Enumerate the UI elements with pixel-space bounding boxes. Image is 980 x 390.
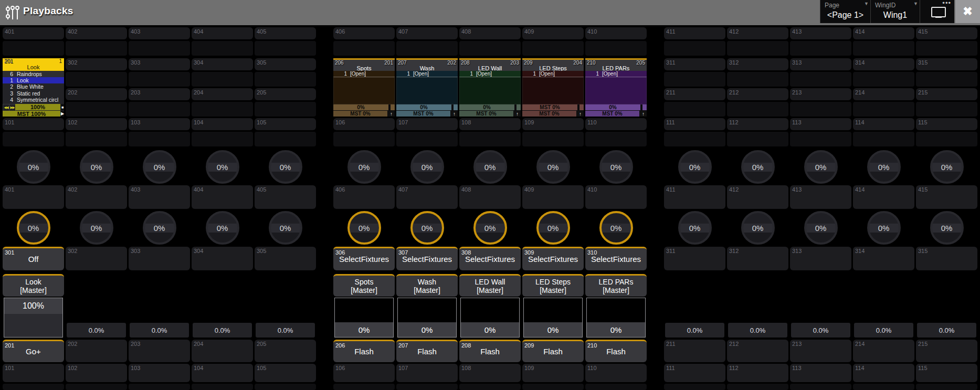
knob-row1-col6[interactable]: 0% bbox=[347, 150, 381, 184]
cell-313-lower-grid[interactable]: 313 bbox=[790, 247, 851, 270]
master-fader-col6[interactable]: 0% bbox=[334, 298, 394, 338]
select-fixtures-button-310[interactable]: 310SelectFixtures bbox=[585, 247, 647, 270]
cell-313[interactable]: 313 bbox=[790, 58, 851, 70]
knob-row1-col5[interactable]: 0% bbox=[269, 150, 302, 184]
cell-303-lower-grid[interactable]: 303 bbox=[129, 247, 190, 270]
fader-percent-col3[interactable]: 0.0% bbox=[130, 323, 189, 338]
cue-row-4[interactable]: 4Symmetrical circl bbox=[3, 97, 64, 103]
cell-311-lower-grid[interactable]: 311 bbox=[664, 247, 725, 270]
cell-302-lower-grid[interactable]: 302 bbox=[66, 247, 127, 270]
cell-410-lower-grid[interactable]: 410 bbox=[585, 185, 647, 209]
arrow-up-icon[interactable]: ↑ bbox=[514, 111, 521, 117]
cell-304-lower[interactable] bbox=[192, 72, 253, 87]
knob-row1-col15[interactable]: 0% bbox=[930, 150, 964, 184]
cell-205-lower[interactable] bbox=[255, 102, 316, 117]
cell-411-lower-grid[interactable]: 411 bbox=[664, 185, 725, 209]
arrow-up-icon[interactable]: ↑ bbox=[388, 111, 395, 117]
master-cell-spots[interactable]: Spots [Master] bbox=[333, 274, 395, 297]
cell-303[interactable]: 303 bbox=[129, 58, 190, 70]
cell-111-lower-band[interactable] bbox=[664, 384, 725, 390]
fader-percent-col2[interactable]: 0.0% bbox=[67, 323, 126, 338]
cell-101[interactable]: 101 bbox=[3, 118, 64, 130]
cell-214-lower-grid[interactable]: 214 bbox=[853, 340, 914, 362]
cell-111-lower[interactable] bbox=[664, 132, 725, 146]
knob-row2-col13[interactable]: 0% bbox=[804, 211, 838, 245]
cue-row-1[interactable]: 1Look bbox=[3, 77, 64, 83]
cell-305-lower[interactable] bbox=[255, 72, 316, 87]
knob-row1-col13[interactable]: 0% bbox=[804, 150, 838, 184]
cell-106-lower[interactable] bbox=[333, 132, 395, 146]
executor-header[interactable]: 209 204 LED Steps bbox=[522, 60, 584, 71]
cell-104-lower[interactable] bbox=[192, 132, 253, 146]
cell-103[interactable]: 103 bbox=[129, 118, 190, 130]
cell-112-lower-grid[interactable]: 112 bbox=[727, 364, 788, 382]
cell-115-lower-grid[interactable]: 115 bbox=[916, 364, 977, 382]
cell-109[interactable]: 109 bbox=[522, 118, 584, 130]
master-bar[interactable]: MST 0% bbox=[585, 111, 639, 117]
cell-109-lower-band[interactable] bbox=[522, 384, 584, 390]
cell-114[interactable]: 114 bbox=[853, 118, 914, 130]
executor-fader-bar[interactable]: 0% bbox=[585, 104, 640, 110]
cell-103-lower-grid[interactable]: 103 bbox=[129, 364, 190, 382]
cell-413-lower-grid[interactable]: 413 bbox=[790, 185, 851, 209]
cell-114-lower-band[interactable] bbox=[853, 384, 914, 390]
knob-row1-col11[interactable]: 0% bbox=[678, 150, 712, 184]
cell-409-lower[interactable] bbox=[522, 41, 584, 56]
cell-202-lower-grid[interactable]: 202 bbox=[66, 340, 127, 362]
master-fader-col9[interactable]: 0% bbox=[523, 298, 583, 338]
cell-304-lower-grid[interactable]: 304 bbox=[192, 247, 253, 270]
cell-413[interactable]: 413 bbox=[790, 27, 851, 39]
knob-row1-col14[interactable]: 0% bbox=[867, 150, 901, 184]
executor-block-wash[interactable]: 207 202 Wash 1 [Open] 0% MST 0% ↑ bbox=[396, 58, 458, 117]
cell-305-lower-grid[interactable]: 305 bbox=[255, 247, 316, 270]
cell-111[interactable]: 111 bbox=[664, 118, 725, 130]
cell-112-lower[interactable] bbox=[727, 132, 788, 146]
cell-202-lower[interactable] bbox=[66, 102, 127, 117]
cell-107-lower[interactable] bbox=[396, 132, 458, 146]
cell-315-lower-grid[interactable]: 315 bbox=[916, 247, 977, 270]
cell-212-lower[interactable] bbox=[727, 102, 788, 117]
knob-row2-col4[interactable]: 0% bbox=[206, 211, 239, 245]
cell-104-lower-grid[interactable]: 104 bbox=[192, 364, 253, 382]
cell-212[interactable]: 212 bbox=[727, 88, 788, 100]
cell-113[interactable]: 113 bbox=[790, 118, 851, 130]
flash-button-209[interactable]: 209Flash bbox=[522, 340, 584, 362]
cell-107[interactable]: 107 bbox=[396, 118, 458, 130]
look-block-header[interactable]: 201 1 Look bbox=[3, 58, 64, 71]
cell-305[interactable]: 305 bbox=[255, 58, 316, 70]
cell-304[interactable]: 304 bbox=[192, 58, 253, 70]
cell-409[interactable]: 409 bbox=[522, 27, 584, 39]
cell-202[interactable]: 202 bbox=[66, 88, 127, 100]
cell-408-lower-grid[interactable]: 408 bbox=[459, 185, 521, 209]
cell-114-lower[interactable] bbox=[853, 132, 914, 146]
cell-412[interactable]: 412 bbox=[727, 27, 788, 39]
cell-204-lower-grid[interactable]: 204 bbox=[192, 340, 253, 362]
cell-413-lower[interactable] bbox=[790, 41, 851, 56]
cell-410-lower[interactable] bbox=[585, 41, 647, 56]
wing-id-selector[interactable]: WingID Wing1 ▼ bbox=[870, 0, 920, 23]
knob-row1-col12[interactable]: 0% bbox=[741, 150, 775, 184]
cell-215[interactable]: 215 bbox=[916, 88, 977, 100]
cell-404-lower-grid[interactable]: 404 bbox=[192, 185, 253, 209]
cell-105-lower[interactable] bbox=[255, 132, 316, 146]
cell-214[interactable]: 214 bbox=[853, 88, 914, 100]
cell-315-lower[interactable] bbox=[916, 72, 977, 87]
cell-110[interactable]: 110 bbox=[585, 118, 647, 130]
executor-body[interactable] bbox=[522, 77, 584, 104]
cell-407-lower-grid[interactable]: 407 bbox=[396, 185, 458, 209]
knob-row2-col14[interactable]: 0% bbox=[867, 211, 901, 245]
executor-header[interactable]: 206 201 Spots bbox=[333, 60, 395, 71]
select-fixtures-button-309[interactable]: 309SelectFixtures bbox=[522, 247, 584, 270]
cue-row-6[interactable]: 6Raindrops bbox=[3, 71, 64, 78]
executor-fader-bar[interactable]: 100% bbox=[15, 104, 60, 110]
knob-row1-col4[interactable]: 0% bbox=[206, 150, 239, 184]
cell-407[interactable]: 407 bbox=[396, 27, 458, 39]
cue-row[interactable]: 1 [Open] bbox=[333, 71, 395, 77]
cell-108[interactable]: 108 bbox=[459, 118, 521, 130]
master-bar[interactable]: MST 0% bbox=[459, 111, 513, 117]
cell-315[interactable]: 315 bbox=[916, 58, 977, 70]
cell-107-lower-grid[interactable]: 107 bbox=[396, 364, 458, 382]
fader-percent-col14[interactable]: 0.0% bbox=[854, 323, 913, 338]
cell-213-lower-grid[interactable]: 213 bbox=[790, 340, 851, 362]
cell-203-lower-grid[interactable]: 203 bbox=[129, 340, 190, 362]
